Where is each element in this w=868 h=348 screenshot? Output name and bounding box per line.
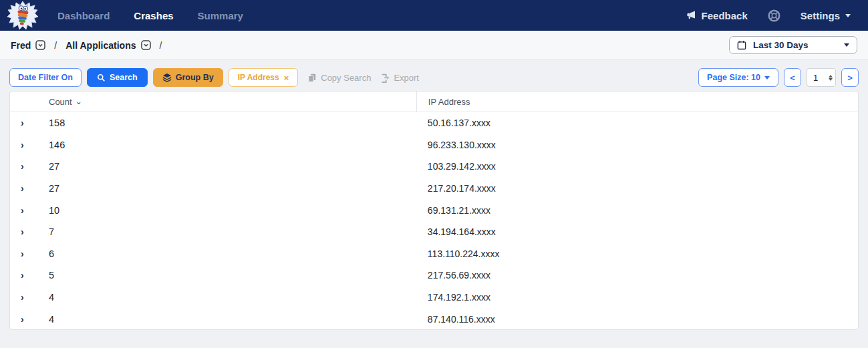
group-chip-label: IP Address <box>238 73 279 82</box>
layers-icon <box>162 73 172 82</box>
count-cell: › 7 <box>10 221 416 243</box>
table-row[interactable]: › 146 96.233.130.xxxx <box>10 134 858 156</box>
spinner-up-icon[interactable] <box>829 75 833 77</box>
feedback-label: Feedback <box>702 10 748 21</box>
count-value: 5 <box>49 270 54 281</box>
table-row[interactable]: › 4 174.192.1.xxxx <box>10 287 858 309</box>
count-value: 158 <box>49 118 65 128</box>
ip-header-label: IP Address <box>428 97 470 107</box>
count-cell: › 4 <box>10 287 416 309</box>
search-button[interactable]: Search <box>87 68 148 87</box>
table-row[interactable]: › 27 103.29.142.xxxx <box>10 156 858 178</box>
feedback-button[interactable]: Feedback <box>686 10 748 21</box>
calendar-icon <box>737 40 746 50</box>
expand-row-chevron-icon[interactable]: › <box>21 184 29 193</box>
expand-row-chevron-icon[interactable]: › <box>21 118 29 128</box>
table-row[interactable]: › 158 50.16.137.xxxx <box>10 112 858 134</box>
count-value: 10 <box>49 205 59 216</box>
copy-search-button[interactable]: Copy Search <box>307 73 371 83</box>
navbar-right: Feedback Settings <box>686 9 851 22</box>
table-row[interactable]: › 27 217.20.174.xxxx <box>10 178 858 200</box>
ip-address-value: 34.194.164.xxxx <box>416 221 858 243</box>
table-row[interactable]: › 6 113.110.224.xxxx <box>10 243 858 265</box>
group-by-button[interactable]: Group By <box>153 68 223 87</box>
expand-row-chevron-icon[interactable]: › <box>21 227 29 236</box>
nav-link-dashboard[interactable]: Dashboard <box>57 10 110 21</box>
ip-address-value: 96.233.130.xxxx <box>416 134 858 156</box>
copy-search-label: Copy Search <box>321 73 371 83</box>
nav-link-summary[interactable]: Summary <box>198 10 243 21</box>
settings-menu[interactable]: Settings <box>801 10 851 21</box>
export-button[interactable]: Export <box>380 73 419 83</box>
ip-address-value: 113.110.224.xxxx <box>416 243 858 265</box>
prev-page-button[interactable]: < <box>784 68 801 87</box>
count-value: 27 <box>49 161 59 172</box>
count-cell: › 10 <box>10 199 416 221</box>
count-value: 27 <box>49 183 59 194</box>
chevron-down-icon <box>764 76 770 79</box>
export-icon <box>380 73 390 83</box>
support-lifering-icon[interactable] <box>768 9 780 22</box>
nav-link-crashes[interactable]: Crashes <box>134 10 173 21</box>
next-page-button[interactable]: > <box>841 68 859 87</box>
ip-address-value: 217.56.69.xxxx <box>416 265 858 287</box>
search-icon <box>97 73 106 82</box>
page-number-input[interactable]: 1 <box>807 68 836 87</box>
expand-row-chevron-icon[interactable]: › <box>21 293 29 302</box>
table-row[interactable]: › 10 69.131.21.xxxx <box>10 199 858 221</box>
count-header-label: Count <box>49 97 72 107</box>
breadcrumb-separator: / <box>54 40 57 51</box>
chevron-down-icon <box>845 14 851 17</box>
page-size-select[interactable]: Page Size: 10 <box>698 68 778 87</box>
page-number-spinners <box>829 75 833 81</box>
breadcrumb-separator: / <box>160 40 162 51</box>
settings-label: Settings <box>801 10 840 21</box>
bugsplat-logo[interactable] <box>7 1 39 30</box>
table-body: › 158 50.16.137.xxxx › 146 96.233.130.xx… <box>10 112 858 330</box>
count-cell: › 146 <box>10 134 416 156</box>
dropdown-box-icon[interactable] <box>35 40 45 50</box>
bugsplat-splat-icon <box>7 1 38 30</box>
ip-address-value: 69.131.21.xxxx <box>416 199 858 221</box>
expand-row-chevron-icon[interactable]: › <box>21 315 29 324</box>
remove-chip-icon[interactable]: × <box>284 73 289 82</box>
dropdown-box-icon[interactable] <box>141 40 151 50</box>
breadcrumb-database-label: Fred <box>11 40 31 51</box>
count-value: 7 <box>49 226 54 237</box>
table-row[interactable]: › 7 34.194.164.xxxx <box>10 221 858 243</box>
ip-address-value: 174.192.1.xxxx <box>416 287 858 309</box>
ip-address-value: 50.16.137.xxxx <box>416 112 858 134</box>
table-row[interactable]: › 5 217.56.69.xxxx <box>10 265 858 287</box>
expand-row-chevron-icon[interactable]: › <box>21 249 29 258</box>
count-cell: › 27 <box>10 156 416 178</box>
expand-row-chevron-icon[interactable]: › <box>21 206 29 215</box>
next-page-label: > <box>847 73 853 83</box>
expand-row-chevron-icon[interactable]: › <box>21 162 29 171</box>
date-filter-toggle-button[interactable]: Date Filter On <box>9 68 82 87</box>
date-filter-label: Date Filter On <box>18 73 73 82</box>
date-range-select[interactable]: Last 30 Days <box>729 36 857 54</box>
nav-links: Dashboard Crashes Summary <box>57 10 243 21</box>
copy-icon <box>307 73 317 83</box>
column-header-count[interactable]: Count ⌄ <box>10 92 416 112</box>
count-value: 146 <box>49 140 65 150</box>
table-row[interactable]: › 4 87.140.116.xxxx <box>10 308 858 330</box>
expand-row-chevron-icon[interactable]: › <box>21 271 29 280</box>
export-label: Export <box>394 73 419 83</box>
breadcrumb: Fred / All Applications / Last 30 Days <box>0 31 868 60</box>
breadcrumb-database-dropdown[interactable]: Fred <box>11 40 45 51</box>
count-value: 6 <box>49 248 54 259</box>
spinner-down-icon[interactable] <box>829 78 833 81</box>
page-size-label: Page Size: 10 <box>707 73 760 82</box>
expand-row-chevron-icon[interactable]: › <box>21 140 29 150</box>
column-header-ip-address[interactable]: IP Address <box>416 92 858 112</box>
megaphone-icon <box>686 10 697 21</box>
ip-address-value: 87.140.116.xxxx <box>416 308 858 330</box>
table-header-row: Count ⌄ IP Address <box>10 92 858 112</box>
count-value: 4 <box>49 292 54 303</box>
search-label: Search <box>110 73 138 82</box>
count-cell: › 6 <box>10 243 416 265</box>
breadcrumb-application-dropdown[interactable]: All Applications <box>65 40 150 51</box>
group-chip-ip-address[interactable]: IP Address × <box>229 68 299 87</box>
page-number-value: 1 <box>813 73 818 83</box>
